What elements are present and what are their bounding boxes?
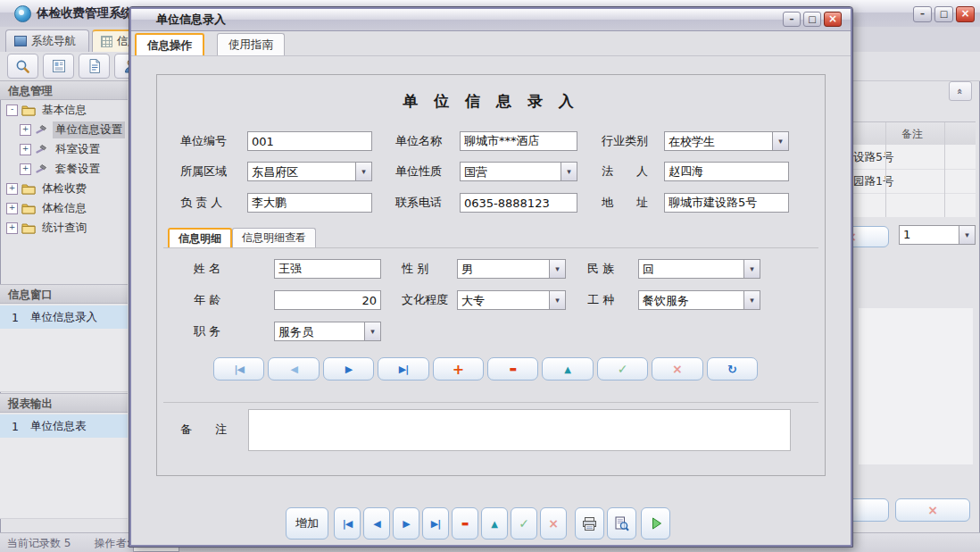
selected-value: 东昌府区 bbox=[248, 163, 355, 180]
tab-info-detail[interactable]: 信息明细 bbox=[168, 228, 232, 247]
search-button[interactable] bbox=[7, 54, 38, 79]
age-field[interactable] bbox=[274, 290, 381, 310]
tree-item-package-setting[interactable]: + 套餐设置 bbox=[0, 159, 128, 179]
tab-info-detail-view[interactable]: 信息明细查看 bbox=[232, 228, 316, 247]
add-button[interactable]: 增加 bbox=[286, 507, 328, 539]
expand-icon[interactable]: + bbox=[6, 183, 18, 195]
industry-select[interactable]: 在校学生 ▾ bbox=[664, 131, 789, 151]
print-button[interactable] bbox=[575, 507, 604, 539]
tree-item-basic-info[interactable]: - 基本信息 bbox=[0, 100, 128, 120]
footer-last-button[interactable]: ▶| bbox=[422, 507, 449, 539]
post-edit-icon: ✓ bbox=[519, 516, 529, 531]
tab-system-nav[interactable]: 系统导航 bbox=[5, 29, 89, 52]
run-button[interactable] bbox=[641, 507, 670, 539]
info-window-item[interactable]: 1 单位信息录入 bbox=[0, 305, 128, 329]
main-close-button[interactable]: × bbox=[956, 6, 975, 22]
tree-item-stats-query[interactable]: + 统计查询 bbox=[0, 218, 128, 238]
chevron-down-icon: ▾ bbox=[743, 260, 760, 278]
phone-field[interactable] bbox=[460, 193, 577, 213]
prior-record-icon: ◀ bbox=[290, 364, 296, 375]
chevron-down-icon: ▾ bbox=[772, 132, 788, 150]
tree-item-unit-info-setting[interactable]: + 单位信息设置 bbox=[0, 120, 128, 139]
nav-next-button[interactable]: ▶ bbox=[323, 357, 374, 381]
tree-item-exam-fee[interactable]: + 体检收费 bbox=[0, 179, 128, 198]
tool-icon bbox=[35, 124, 49, 136]
item-label: 单位信息表 bbox=[30, 419, 87, 434]
record-count: 当前记录数 5 bbox=[7, 536, 71, 551]
expand-icon[interactable]: + bbox=[20, 144, 31, 155]
last-record-icon: ▶| bbox=[431, 518, 440, 530]
collapse-icon[interactable]: - bbox=[6, 105, 18, 116]
address-field[interactable] bbox=[664, 193, 789, 213]
footer-prior-button[interactable]: ◀ bbox=[363, 507, 390, 539]
footer-edit-button[interactable]: ▲ bbox=[481, 507, 508, 539]
expand-icon[interactable]: + bbox=[20, 124, 31, 136]
grid-icon bbox=[101, 36, 112, 47]
report-button[interactable] bbox=[43, 54, 74, 79]
name-field[interactable] bbox=[274, 259, 381, 279]
chevron-down-icon: ▾ bbox=[549, 291, 565, 309]
legal-person-label: 法 人 bbox=[602, 162, 648, 181]
unit-name-label: 单位名称 bbox=[395, 131, 442, 151]
gender-select[interactable]: 男 ▾ bbox=[457, 259, 566, 279]
nav-refresh-button[interactable]: ↻ bbox=[707, 357, 758, 381]
nav-edit-button[interactable]: ▲ bbox=[542, 357, 593, 381]
tree-item-department-setting[interactable]: + 科室设置 bbox=[0, 139, 128, 159]
footer-first-button[interactable]: |◀ bbox=[334, 507, 361, 539]
nav-prior-button[interactable]: ◀ bbox=[268, 357, 319, 381]
main-restore-button[interactable]: □ bbox=[934, 6, 953, 22]
insert-record-icon: + bbox=[453, 361, 464, 378]
tab-info-operation[interactable]: 信息操作 bbox=[135, 33, 204, 55]
tab-user-guide[interactable]: 使用指南 bbox=[217, 33, 285, 55]
industry-label: 行业类别 bbox=[602, 131, 648, 151]
job-type-select[interactable]: 餐饮服务 ▾ bbox=[638, 290, 760, 310]
report-output-item[interactable]: 1 单位信息表 bbox=[0, 414, 128, 438]
nav-post-button[interactable]: ✓ bbox=[597, 357, 648, 381]
nav-delete-button[interactable]: ▬ bbox=[487, 357, 538, 381]
legal-person-field[interactable] bbox=[664, 162, 789, 181]
tree-item-exam-info[interactable]: + 体检信息 bbox=[0, 198, 128, 218]
delete-record-icon: ▬ bbox=[461, 519, 469, 528]
chevron-down-icon: ▾ bbox=[743, 291, 760, 309]
dialog-titlebar[interactable]: 单位信息录入 – □ × bbox=[131, 9, 851, 31]
unit-name-field[interactable] bbox=[460, 131, 577, 151]
unit-code-field[interactable] bbox=[247, 131, 372, 151]
refresh-icon: ↻ bbox=[727, 363, 737, 376]
document-button[interactable] bbox=[79, 54, 110, 79]
education-select[interactable]: 大专 ▾ bbox=[457, 290, 566, 310]
manager-field[interactable] bbox=[247, 193, 372, 213]
remarks-label: 备 注 bbox=[180, 420, 227, 439]
remarks-textarea[interactable] bbox=[248, 409, 791, 451]
dialog-minimize-button[interactable]: – bbox=[783, 12, 801, 27]
collapse-panel-button[interactable]: « bbox=[949, 81, 972, 101]
dialog-maximize-button[interactable]: □ bbox=[803, 12, 821, 27]
nav-first-button[interactable]: |◀ bbox=[213, 357, 264, 381]
expand-icon[interactable]: + bbox=[6, 222, 18, 234]
nav-cancel-button[interactable]: × bbox=[652, 357, 702, 381]
nav-insert-button[interactable]: + bbox=[433, 357, 484, 381]
unit-type-select[interactable]: 国营 ▾ bbox=[460, 162, 577, 181]
selected-value: 回 bbox=[639, 260, 743, 278]
post-edit-icon: ✓ bbox=[618, 362, 628, 376]
nav-last-button[interactable]: ▶| bbox=[378, 357, 428, 381]
background-close-button[interactable]: × bbox=[895, 498, 970, 522]
cell-address: 设路5号 bbox=[853, 150, 893, 163]
expand-icon[interactable]: + bbox=[20, 163, 31, 175]
position-select[interactable]: 服务员 ▾ bbox=[274, 322, 381, 341]
region-select[interactable]: 东昌府区 ▾ bbox=[247, 162, 372, 181]
dialog-close-button[interactable]: × bbox=[824, 12, 842, 27]
page-select[interactable]: 1 ▾ bbox=[899, 225, 976, 245]
report-icon bbox=[51, 58, 67, 74]
main-minimize-button[interactable]: – bbox=[913, 6, 932, 22]
footer-delete-button[interactable]: ▬ bbox=[452, 507, 478, 539]
ethnic-select[interactable]: 回 ▾ bbox=[638, 259, 760, 279]
search-icon bbox=[14, 58, 31, 75]
expand-icon[interactable]: + bbox=[6, 203, 18, 214]
dialog-title: 单位信息录入 bbox=[156, 12, 226, 28]
footer-cancel-button[interactable]: × bbox=[540, 507, 567, 539]
chevron-down-icon: ▾ bbox=[959, 226, 975, 244]
tree-item-label: 科室设置 bbox=[53, 141, 103, 158]
footer-next-button[interactable]: ▶ bbox=[393, 507, 419, 539]
print-preview-button[interactable] bbox=[607, 507, 636, 539]
footer-post-button[interactable]: ✓ bbox=[511, 507, 537, 539]
